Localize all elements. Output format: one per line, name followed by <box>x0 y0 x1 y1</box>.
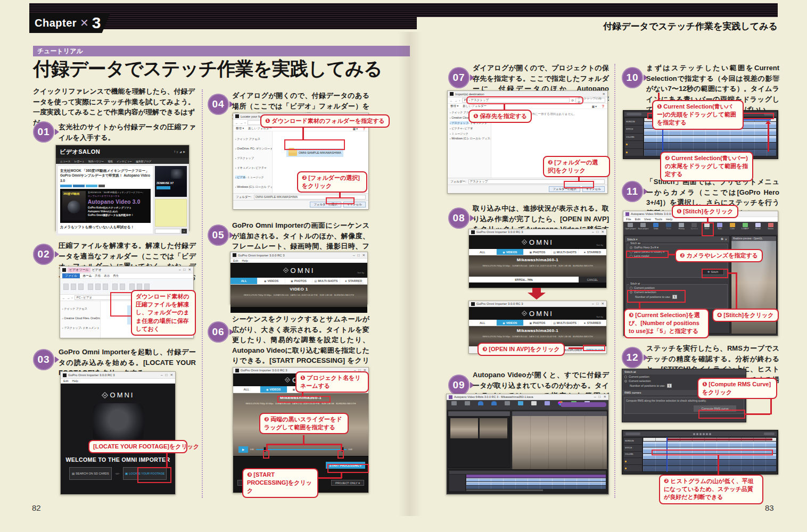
avp-timeline[interactable] <box>448 469 607 493</box>
up-icon[interactable]: ↑ <box>71 296 73 300</box>
tab-photos[interactable]: ▣PHOTOS <box>285 278 312 284</box>
trim-slider[interactable] <box>256 449 347 450</box>
toolbar-button[interactable]: Blend <box>752 223 764 230</box>
minimize-icon[interactable]: – <box>592 230 594 234</box>
avp-toolbar[interactable] <box>447 400 608 410</box>
timeline-toolbar[interactable] <box>623 431 777 436</box>
toolbar-button[interactable]: Save project <box>637 223 649 230</box>
minimize-icon[interactable]: – <box>179 268 181 272</box>
video-thumbnail[interactable] <box>450 418 478 438</box>
menu-edit[interactable]: Edit <box>63 379 68 383</box>
back-icon[interactable]: ← <box>62 296 65 300</box>
tab-photos[interactable]: ▣PHOTOS <box>524 320 551 326</box>
minimize-icon[interactable]: – <box>592 302 594 306</box>
sequence-row[interactable]: VIDEO 1 RESOLUTION 7940p 59.94fps DURATI… <box>230 285 367 307</box>
popout-icon[interactable]: ⧉ <box>721 237 723 241</box>
tab-all[interactable]: ALL <box>233 386 260 393</box>
video-thumbs[interactable] <box>448 416 510 440</box>
close-icon[interactable]: ✕ <box>602 302 604 306</box>
article-title[interactable]: 玄光社MOOK 「360度VR動画メイキングワークフロー」 GoPro Omni… <box>60 168 151 183</box>
forward-icon[interactable]: → <box>240 121 243 124</box>
nav-item[interactable]: ニュース <box>60 160 71 163</box>
sidebar-item[interactable]: ピクチャ <box>254 166 267 169</box>
sidebar-item[interactable]: Windows (C:) <box>450 137 468 140</box>
minimize-icon[interactable]: – <box>353 253 355 257</box>
toolbar-button[interactable]: D.WARP <box>739 223 751 230</box>
sidebar-item[interactable]: ドキュメント <box>81 326 100 329</box>
close-icon[interactable]: ✕ <box>603 92 605 96</box>
back-icon[interactable]: ← <box>450 99 453 102</box>
sidebar-item[interactable]: ミュージック <box>245 176 264 179</box>
sidebar-item[interactable]: ローカル ディスク (D:) <box>468 137 491 140</box>
toolbar-button[interactable]: Open project <box>624 223 637 230</box>
menu-item[interactable]: File <box>626 218 631 221</box>
close-icon[interactable]: ✕ <box>724 238 727 241</box>
current-selection-bar[interactable] <box>667 438 772 440</box>
close-icon[interactable]: ✕ <box>602 230 604 234</box>
sidebar-item[interactable]: OneDrive <box>235 147 249 150</box>
menu-item[interactable]: Edit <box>635 218 640 221</box>
close-icon[interactable]: ✕ <box>188 268 191 272</box>
sidebar-item[interactable]: クイック アクセス <box>62 307 87 310</box>
sidebar-item[interactable]: ピクチャ <box>450 127 463 130</box>
positions-stepper[interactable]: 5 <box>667 384 672 388</box>
close-icon[interactable]: ✕ <box>170 373 173 377</box>
search-input[interactable] <box>155 229 180 234</box>
tab-all[interactable]: ALL <box>469 249 497 255</box>
tab-videos[interactable]: ◉VIDEOS <box>260 386 287 393</box>
tab-multishots[interactable]: ▤MULTI-SHOTS <box>551 249 579 255</box>
back-icon[interactable]: ← <box>235 121 238 124</box>
menu-edit[interactable]: Edit <box>233 259 238 262</box>
nav-item[interactable]: 連載 <box>108 160 113 163</box>
toolbar-button[interactable]: Color <box>726 223 738 230</box>
view-icon[interactable]: ▦ ▾ <box>592 105 597 108</box>
sidebar-item[interactable]: ローカル ディスク (D:) <box>253 185 273 188</box>
menu-item[interactable]: Help <box>666 218 672 221</box>
menu-item[interactable]: View <box>644 218 651 221</box>
sidebar-item[interactable]: クイック アクセス <box>235 137 260 140</box>
up-icon[interactable]: ↑ <box>459 99 460 102</box>
zenmuse-ad[interactable]: ZENMUSE X7 <box>155 166 187 197</box>
up-icon[interactable]: ↑ <box>244 121 246 124</box>
toolbar-button[interactable]: History <box>676 223 688 230</box>
tab-videos[interactable]: ◉VIDEOS <box>497 249 524 255</box>
tab-view[interactable]: 表示 <box>104 274 110 278</box>
sidebar-item[interactable]: ダウンロード <box>254 147 273 150</box>
preview-pano[interactable] <box>512 416 607 469</box>
tab-videos[interactable]: ◉VIDEOS <box>258 278 285 284</box>
organize-menu[interactable]: 整理 ▾ <box>236 127 244 130</box>
sidebar-item[interactable]: PC <box>249 147 254 150</box>
render-dropdown[interactable]: PROJECT ONLY ▾ <box>331 480 364 486</box>
search-icon[interactable]: ⌕ <box>182 229 187 234</box>
share-buttons[interactable] <box>60 185 151 187</box>
toolbar-button[interactable]: Synchro <box>688 223 701 230</box>
tab-multishots[interactable]: ▤MULTI-SHOTS <box>551 320 579 326</box>
menu-help[interactable]: Help <box>242 259 248 262</box>
sidebar-item[interactable]: Creative Cloud Files <box>62 317 89 320</box>
nav-item[interactable]: レポート <box>75 160 85 163</box>
sidebar-item[interactable]: デスクトップ <box>62 326 81 329</box>
sidebar-item[interactable]: ミュージック <box>450 132 468 135</box>
nav-item[interactable]: 制作ハウツー <box>88 160 104 163</box>
maximize-icon[interactable]: □ <box>597 302 599 306</box>
toolbar-button[interactable]: Undo <box>650 223 662 230</box>
radio-current-position[interactable]: Current position <box>628 286 727 290</box>
tab-all[interactable]: ALL <box>469 320 497 326</box>
sidebar-item[interactable]: OneDrive <box>89 317 101 320</box>
menu-item[interactable]: Tools <box>655 218 662 221</box>
maximize-icon[interactable]: □ <box>166 373 168 377</box>
nav-item[interactable]: インタビュー <box>117 160 132 163</box>
tab-all[interactable]: ALL <box>230 278 258 284</box>
maximize-icon[interactable]: □ <box>597 230 599 234</box>
timeline-ruler[interactable] <box>643 438 776 441</box>
toolbar-button[interactable]: Stereo <box>764 223 777 230</box>
sidebar-item[interactable]: ビデオ <box>235 176 245 179</box>
minimize-icon[interactable]: – <box>594 395 596 399</box>
video-thumbnail[interactable] <box>480 418 507 438</box>
ad-button[interactable] <box>157 186 170 189</box>
site-logo[interactable]: ビデオSALON <box>60 148 100 156</box>
tab-file[interactable]: ファイル <box>62 273 80 278</box>
nav-item[interactable]: 編集部ブログ <box>136 160 151 163</box>
maximize-icon[interactable]: □ <box>599 395 601 399</box>
sidebar-item[interactable]: Windows (C:) <box>235 185 253 188</box>
